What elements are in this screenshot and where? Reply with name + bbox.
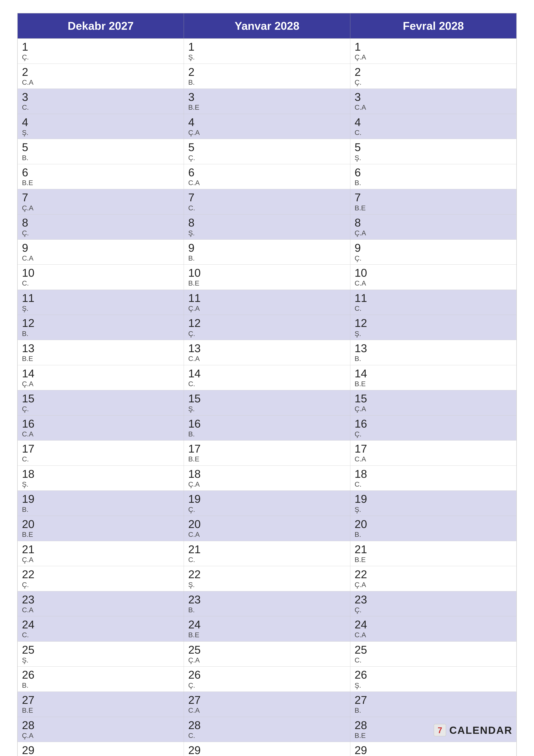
day-cell: 26B. <box>17 666 184 692</box>
day-cell: 17C. <box>17 441 184 466</box>
day-label: C.A <box>188 530 346 539</box>
day-label: Ş. <box>22 656 179 664</box>
calendar-row: 13B.E13C.A13B. <box>17 340 517 365</box>
day-number: 18 <box>355 468 512 480</box>
day-number: 16 <box>22 418 179 430</box>
day-number: 5 <box>188 141 346 153</box>
day-number: 22 <box>355 568 512 580</box>
calendar-row: 2C.A2B.2Ç. <box>17 64 517 89</box>
day-cell: 7B.E <box>350 189 517 214</box>
day-number: 16 <box>188 418 346 430</box>
day-number: 8 <box>188 217 346 229</box>
day-number: 10 <box>22 267 179 279</box>
day-number: 24 <box>22 618 179 631</box>
day-cell: 5Ç. <box>184 139 350 164</box>
logo-area: 7 CALENDAR <box>433 724 513 737</box>
day-label: C.A <box>355 279 512 287</box>
day-number: 29 <box>22 744 179 756</box>
day-cell: 10B.E <box>184 265 350 290</box>
day-cell: 19B. <box>17 491 184 516</box>
day-label: Ç. <box>22 229 179 237</box>
day-number: 28 <box>22 719 179 731</box>
day-cell: 21Ç.A <box>17 541 184 566</box>
day-cell: 28C. <box>184 717 350 742</box>
day-label: B. <box>22 330 179 338</box>
day-number: 20 <box>355 518 512 530</box>
day-label: Ş. <box>355 154 512 162</box>
day-number: 1 <box>22 41 179 53</box>
day-label: Ç.A <box>355 405 512 413</box>
day-cell: 23B. <box>184 591 350 616</box>
day-label: Ç.A <box>188 128 346 137</box>
day-number: 15 <box>188 392 346 405</box>
day-number: 20 <box>22 518 179 530</box>
day-number: 17 <box>355 443 512 455</box>
day-cell: 1Ş. <box>184 39 350 64</box>
day-label: C.A <box>22 254 179 262</box>
calendar-row: 4Ş.4Ç.A4C. <box>17 114 517 139</box>
day-label: C.A <box>188 706 346 715</box>
day-label: C. <box>355 656 512 664</box>
day-cell: 15Ç.A <box>350 390 517 416</box>
day-number: 12 <box>188 317 346 329</box>
day-cell: 6B. <box>350 164 517 189</box>
day-cell: 11Ş. <box>17 290 184 315</box>
day-label: B. <box>188 78 346 86</box>
day-number: 8 <box>355 217 512 229</box>
day-number: 1 <box>188 41 346 53</box>
day-label: Ş. <box>355 330 512 338</box>
day-label: Ç. <box>188 154 346 162</box>
day-number: 27 <box>355 694 512 706</box>
day-cell: 18C. <box>350 466 517 491</box>
calendar-row: 18Ş.18Ç.A18C. <box>17 466 517 491</box>
day-number: 9 <box>188 242 346 254</box>
day-label: B. <box>22 505 179 514</box>
day-cell: 13B. <box>350 340 517 365</box>
day-number: 24 <box>355 618 512 631</box>
day-number: 5 <box>355 141 512 153</box>
calendar-table: Dekabr 2027Yanvar 2028Fevral 2028 1Ç.1Ş.… <box>17 13 517 756</box>
day-number: 9 <box>355 242 512 254</box>
day-label: Ç. <box>355 606 512 614</box>
day-cell: 24B.E <box>184 616 350 641</box>
day-cell: 26Ç. <box>184 666 350 692</box>
day-label: C.A <box>188 179 346 187</box>
day-cell: 24C. <box>17 616 184 641</box>
day-label: C. <box>355 304 512 312</box>
day-number: 3 <box>188 91 346 103</box>
day-label: B. <box>22 154 179 162</box>
day-number: 25 <box>355 644 512 656</box>
day-number: 2 <box>22 66 179 78</box>
calendar-row: 11Ş.11Ç.A11C. <box>17 290 517 315</box>
day-cell: 19Ç. <box>184 491 350 516</box>
day-number: 21 <box>355 543 512 555</box>
day-number: 12 <box>355 317 512 329</box>
calendar-row: 15Ç.15Ş.15Ç.A <box>17 390 517 416</box>
day-cell: 5B. <box>17 139 184 164</box>
day-number: 25 <box>188 644 346 656</box>
day-number: 22 <box>188 568 346 580</box>
day-label: Ç.A <box>355 580 512 589</box>
day-cell: 2C.A <box>17 64 184 89</box>
day-number: 13 <box>355 342 512 355</box>
day-label: B.E <box>22 530 179 539</box>
day-cell: 27B.E <box>17 692 184 717</box>
calendar-row: 16C.A16B.16Ç. <box>17 415 517 441</box>
day-cell: 23Ç. <box>350 591 517 616</box>
day-number: 4 <box>22 116 179 128</box>
day-label: C. <box>355 480 512 488</box>
day-number: 17 <box>22 443 179 455</box>
day-label: Ç. <box>188 681 346 689</box>
calendar-row: 22Ç.22Ş.22Ç.A <box>17 566 517 591</box>
day-cell: 14Ç.A <box>17 365 184 390</box>
day-label: Ç. <box>22 580 179 589</box>
day-cell: 6C.A <box>184 164 350 189</box>
day-label: Ç. <box>355 78 512 86</box>
day-label: B. <box>355 355 512 363</box>
day-number: 18 <box>22 468 179 480</box>
day-number: 10 <box>188 267 346 279</box>
day-number: 20 <box>188 518 346 530</box>
day-label: Ş. <box>355 505 512 514</box>
day-label: Ç. <box>355 430 512 438</box>
day-label: C. <box>188 380 346 388</box>
